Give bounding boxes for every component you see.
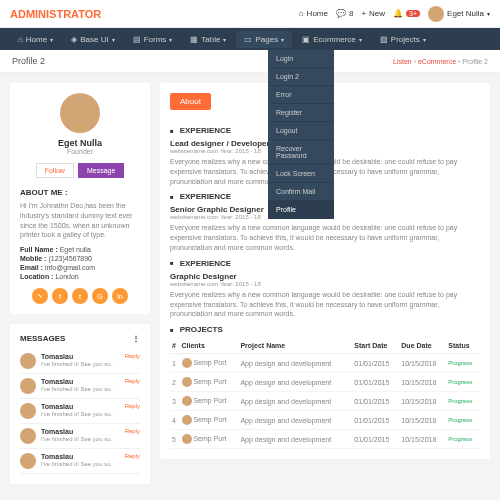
nav-projects[interactable]: ▨Projects▾ (372, 31, 434, 48)
reply-link[interactable]: Reply (125, 353, 140, 369)
nav-home[interactable]: ⌂Home▾ (10, 31, 61, 48)
message-item[interactable]: TomaslauI've finished it! See you so..Re… (20, 349, 140, 374)
nav-pages[interactable]: ▭Pages▾ (236, 31, 292, 48)
breadcrumb: Listen › eCommerce › Profile 2 (393, 58, 488, 65)
page-title: Profile 2 (12, 56, 45, 66)
form-icon: ▤ (133, 35, 141, 44)
home-icon: ⌂ (299, 9, 304, 18)
topnav-new[interactable]: +New (361, 9, 385, 18)
nav-ecommerce[interactable]: ▣Ecommerce▾ (294, 31, 370, 48)
topnav-notif[interactable]: 🔔3+ (393, 9, 420, 18)
linkedin-icon[interactable]: in (112, 288, 128, 304)
table-icon: ▦ (190, 35, 198, 44)
nav-baseui[interactable]: ◈Base UI▾ (63, 31, 122, 48)
square-icon: ■ (170, 327, 174, 333)
projects-table: #ClientsProject NameStart DateDue DateSt… (170, 338, 480, 449)
avatar-icon (20, 403, 36, 419)
chevron-down-icon: ▾ (487, 10, 490, 17)
dropdown-login2[interactable]: Login 2 (268, 68, 334, 86)
message-item[interactable]: TomaslauI've finished it! See you so..Re… (20, 449, 140, 474)
chat-icon: 💬 (336, 9, 346, 18)
topnav-chat[interactable]: 💬8 (336, 9, 353, 18)
message-item[interactable]: TomaslauI've finished it! See you so..Re… (20, 399, 140, 424)
twitter-icon[interactable]: t (72, 288, 88, 304)
messages-menu-icon[interactable]: ⋮ (132, 334, 140, 343)
profile-role: Founder (20, 148, 140, 155)
table-row[interactable]: 5 Semp PortApp design and development01/… (170, 430, 480, 449)
rss-icon[interactable]: ∿ (32, 288, 48, 304)
messages-head: MESSAGES (20, 334, 65, 343)
about-text: Hi I'm Johnathn Deo,has been the industr… (20, 201, 140, 240)
nav-table[interactable]: ▦Table▾ (182, 31, 234, 48)
dropdown-lock[interactable]: Lock Screen (268, 165, 334, 183)
crumb-ecom[interactable]: eCommerce (418, 58, 456, 65)
topnav-user[interactable]: Eget Nulla▾ (428, 6, 490, 22)
topnav-home[interactable]: ⌂Home (299, 9, 328, 18)
home-icon: ⌂ (18, 35, 23, 44)
avatar-icon (20, 378, 36, 394)
facebook-icon[interactable]: f (52, 288, 68, 304)
message-item[interactable]: TomaslauI've finished it! See you so..Re… (20, 424, 140, 449)
square-icon: ■ (170, 128, 174, 134)
table-row[interactable]: 2 Semp PortApp design and development01/… (170, 373, 480, 392)
pages-dropdown: Login Login 2 Error Register Logout Reco… (268, 50, 334, 219)
reply-link[interactable]: Reply (125, 428, 140, 444)
dropdown-recover[interactable]: Recover Password (268, 140, 334, 165)
tab-about[interactable]: About (170, 93, 211, 110)
dropdown-register[interactable]: Register (268, 104, 334, 122)
cart-icon: ▣ (302, 35, 310, 44)
dropdown-login[interactable]: Login (268, 50, 334, 68)
reply-link[interactable]: Reply (125, 453, 140, 469)
dropdown-error[interactable]: Error (268, 86, 334, 104)
google-icon[interactable]: G (92, 288, 108, 304)
brand-logo: ADMINISTRATOR (10, 8, 101, 20)
dropdown-logout[interactable]: Logout (268, 122, 334, 140)
dropdown-confirm[interactable]: Confirm Mail (268, 183, 334, 201)
avatar-icon (20, 353, 36, 369)
crumb-listen[interactable]: Listen (393, 58, 412, 65)
avatar-icon (428, 6, 444, 22)
avatar-icon (20, 453, 36, 469)
projects-icon: ▨ (380, 35, 388, 44)
follow-button[interactable]: Follow (36, 163, 74, 178)
about-head: ABOUT ME : (20, 188, 140, 197)
table-row[interactable]: 3 Semp PortApp design and development01/… (170, 392, 480, 411)
profile-avatar (60, 93, 100, 133)
bell-icon: 🔔 (393, 9, 403, 18)
message-button[interactable]: Message (78, 163, 124, 178)
message-item[interactable]: TomaslauI've finished it! See you so..Re… (20, 374, 140, 399)
dropdown-profile[interactable]: Profile (268, 201, 334, 219)
avatar-icon (20, 428, 36, 444)
reply-link[interactable]: Reply (125, 403, 140, 419)
table-row[interactable]: 4 Semp PortApp design and development01/… (170, 411, 480, 430)
profile-name: Eget Nulla (20, 138, 140, 148)
table-row[interactable]: 1 Semp PortApp design and development01/… (170, 354, 480, 373)
plus-icon: + (361, 9, 366, 18)
gem-icon: ◈ (71, 35, 77, 44)
reply-link[interactable]: Reply (125, 378, 140, 394)
nav-forms[interactable]: ▤Forms▾ (125, 31, 181, 48)
pages-icon: ▭ (244, 35, 252, 44)
